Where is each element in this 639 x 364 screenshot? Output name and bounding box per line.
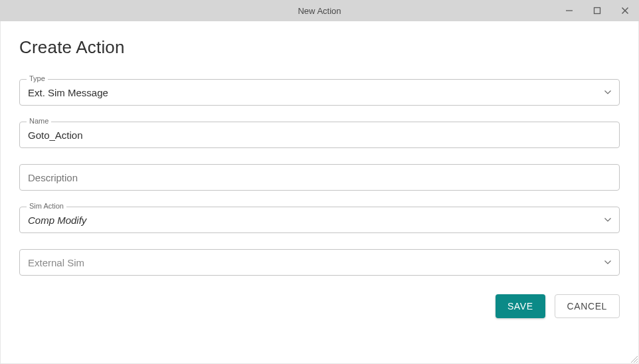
type-field: Type Ext. Sim Message xyxy=(19,79,620,106)
chevron-down-icon xyxy=(604,260,611,264)
close-button[interactable] xyxy=(611,0,639,21)
close-icon xyxy=(621,7,629,15)
chevron-down-icon xyxy=(604,90,611,94)
external-sim-select[interactable]: External Sim xyxy=(19,249,620,276)
form-content: Create Action Type Ext. Sim Message Name xyxy=(1,21,638,345)
name-label: Name xyxy=(27,117,51,125)
type-select[interactable]: Type Ext. Sim Message xyxy=(19,79,620,106)
sim-action-label: Sim Action xyxy=(27,202,66,210)
sim-action-value: Comp Modify xyxy=(28,215,599,226)
name-field: Name xyxy=(19,122,620,148)
type-label: Type xyxy=(27,74,48,82)
type-value: Ext. Sim Message xyxy=(28,87,599,98)
page-title: Create Action xyxy=(19,37,620,58)
name-input[interactable] xyxy=(28,130,611,141)
window-controls xyxy=(555,0,639,21)
description-field xyxy=(19,164,620,191)
external-sim-field: External Sim xyxy=(19,249,620,276)
save-button[interactable]: SAVE xyxy=(496,294,545,318)
minimize-icon xyxy=(565,7,573,15)
content-scroll-area[interactable]: Create Action Type Ext. Sim Message Name xyxy=(0,21,639,364)
resize-grip-icon[interactable] xyxy=(629,354,638,363)
name-input-wrap: Name xyxy=(19,122,620,148)
sim-action-select[interactable]: Sim Action Comp Modify xyxy=(19,207,620,233)
external-sim-placeholder: External Sim xyxy=(28,257,599,268)
maximize-icon xyxy=(593,7,601,15)
svg-line-6 xyxy=(636,361,638,363)
window-titlebar: New Action xyxy=(0,0,639,21)
action-buttons-row: SAVE CANCEL xyxy=(19,294,620,318)
minimize-button[interactable] xyxy=(555,0,583,21)
svg-rect-1 xyxy=(594,8,600,14)
window-title: New Action xyxy=(298,6,341,16)
description-input[interactable] xyxy=(28,172,611,183)
description-input-wrap xyxy=(19,164,620,191)
cancel-button[interactable]: CANCEL xyxy=(555,294,620,318)
chevron-down-icon xyxy=(604,218,611,222)
maximize-button[interactable] xyxy=(583,0,611,21)
sim-action-field: Sim Action Comp Modify xyxy=(19,207,620,233)
